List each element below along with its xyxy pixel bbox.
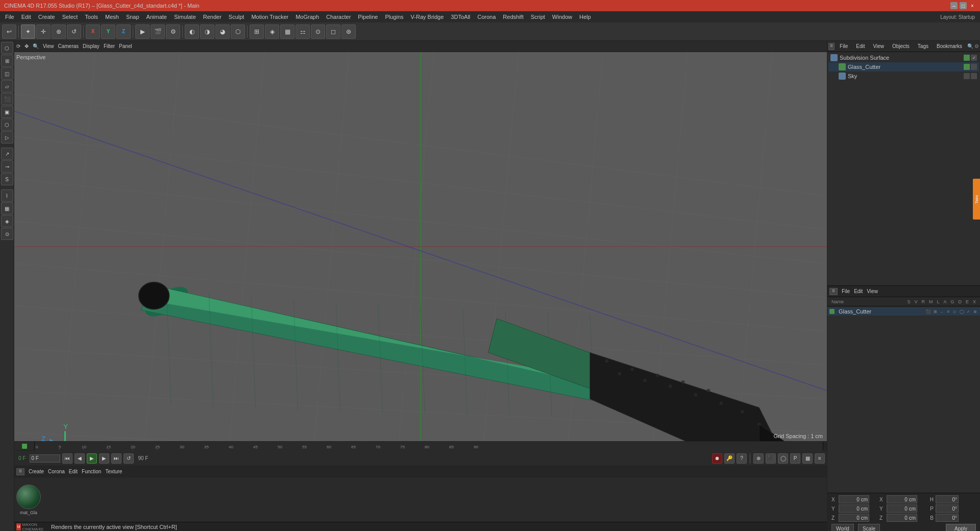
extra-btn1[interactable]: ◻	[326, 25, 340, 39]
yaxis-btn[interactable]: Y	[101, 25, 115, 39]
menu-help[interactable]: Help	[576, 13, 594, 21]
nav-pan-icon[interactable]: ✥	[24, 43, 29, 49]
obj-vis-green2[interactable]	[964, 64, 970, 70]
grid-btn[interactable]: ▦	[280, 25, 295, 39]
menu-vray[interactable]: V-Ray Bridge	[408, 13, 447, 21]
edge-mode[interactable]: ◕	[215, 25, 230, 39]
schematic-button[interactable]: ≡	[815, 453, 825, 464]
xaxis-btn[interactable]: X	[86, 25, 100, 39]
obj-file-menu[interactable]: File	[836, 42, 852, 50]
mat-create-menu[interactable]: Create	[29, 469, 44, 474]
attr-glass-cutter[interactable]: Glass_Cutter ⬛ ⊞ – ≡ ▷ ◯ ✓ ⊛	[827, 307, 980, 316]
obj-view-menu[interactable]: View	[869, 42, 888, 50]
attr-icon-3[interactable]: –	[939, 308, 945, 315]
render-settings[interactable]: ⚙	[166, 25, 180, 39]
x-input[interactable]	[839, 495, 869, 503]
b-input[interactable]	[936, 514, 959, 522]
menu-redshift[interactable]: Redshift	[500, 13, 526, 21]
menu-motion-tracker[interactable]: Motion Tracker	[248, 13, 291, 21]
menu-mesh[interactable]: Mesh	[102, 13, 122, 21]
timeline-scrollbar[interactable]	[823, 442, 827, 451]
menu-3dtoall[interactable]: 3DToAll	[448, 13, 473, 21]
right-side-tab[interactable]: Tabs	[973, 179, 980, 220]
left-tool-12[interactable]: ⌇	[1, 189, 13, 202]
left-tool-9[interactable]: ↗	[1, 148, 13, 160]
obj-bookmarks-menu[interactable]: Bookmarks	[933, 42, 966, 50]
timeline-ruler[interactable]: 0 5 10 15 20 25 30 35 40 45 50 55 60 65	[14, 441, 827, 450]
menu-animate[interactable]: Animate	[143, 13, 170, 21]
motion-clip-button[interactable]: ?	[737, 453, 747, 464]
object-subdivision-surface[interactable]: Subdivision Surface ✓	[828, 53, 979, 62]
scale-button[interactable]: Scale	[858, 524, 880, 531]
mat-edit-menu[interactable]: Edit	[69, 469, 78, 474]
timeline-track[interactable]: 0 5 10 15 20 25 30 35 40 45 50 55 60 65	[35, 442, 823, 451]
keyframe-button[interactable]: ⊕	[753, 453, 764, 464]
menu-pipeline[interactable]: Pipeline	[355, 13, 381, 21]
maximize-button[interactable]: □	[960, 2, 967, 9]
menu-tools[interactable]: Tools	[82, 13, 101, 21]
rotate-tool[interactable]: ⊕	[52, 25, 66, 39]
play-button[interactable]: ▶	[87, 453, 97, 464]
attr-edit-menu[interactable]: Edit	[854, 288, 863, 294]
goto-start-button[interactable]: ⏮	[62, 453, 72, 464]
snap-btn[interactable]: ⊙	[311, 25, 325, 39]
nav-zoom-icon[interactable]: 🔍	[33, 43, 39, 49]
p-input[interactable]	[936, 504, 959, 513]
menu-simulate[interactable]: Simulate	[171, 13, 199, 21]
viewport-view-menu[interactable]: View	[43, 43, 54, 49]
menu-create[interactable]: Create	[35, 13, 58, 21]
attr-icon-5[interactable]: ▷	[952, 308, 958, 315]
nav-orbit-icon[interactable]: ⟳	[16, 43, 20, 49]
left-tool-5[interactable]: ⬛	[1, 93, 13, 105]
left-tool-4[interactable]: ▱	[1, 80, 13, 92]
menu-script[interactable]: Script	[528, 13, 548, 21]
viewport-display-menu[interactable]: Display	[83, 43, 100, 49]
z-input[interactable]	[839, 514, 869, 522]
menu-sculpt[interactable]: Sculpt	[226, 13, 248, 21]
close-button[interactable]: ×	[969, 2, 976, 9]
h-input[interactable]	[936, 495, 959, 503]
obj-filter-icon[interactable]: ⚙	[974, 43, 979, 49]
mat-function-menu[interactable]: Function	[82, 469, 101, 474]
menu-snap[interactable]: Snap	[123, 13, 142, 21]
point-mode[interactable]: ◑	[200, 25, 214, 39]
menu-render[interactable]: Render	[200, 13, 225, 21]
obj-edit-menu[interactable]: Edit	[852, 42, 869, 50]
object-glass-cutter[interactable]: Glass_Cutter	[828, 62, 979, 71]
next-frame-button[interactable]: ▶	[99, 453, 109, 464]
prev-frame-button[interactable]: ◀	[75, 453, 85, 464]
obj-vis-green[interactable]	[964, 55, 970, 61]
y-input[interactable]	[839, 504, 869, 513]
attr-icon-2[interactable]: ⊞	[932, 308, 938, 315]
viewport-panel-menu[interactable]: Panel	[119, 43, 132, 49]
viewport-cameras-menu[interactable]: Cameras	[58, 43, 79, 49]
obj-tags-menu[interactable]: Tags	[914, 42, 933, 50]
attr-icon-6[interactable]: ◯	[959, 308, 965, 315]
obj-check[interactable]: ✓	[971, 55, 977, 61]
menu-window[interactable]: Window	[549, 13, 575, 21]
attr-icon-8[interactable]: ⊛	[972, 308, 978, 315]
zaxis-btn[interactable]: Z	[116, 25, 131, 39]
extra-btn2[interactable]: ⊛	[341, 25, 356, 39]
menu-select[interactable]: Select	[59, 13, 81, 21]
render-btn[interactable]: ▶	[135, 25, 150, 39]
poly-mode[interactable]: ⬡	[231, 25, 245, 39]
obj-vis-gray[interactable]	[964, 73, 970, 79]
frame-input-container[interactable]	[30, 454, 60, 463]
left-tool-1[interactable]: ⬡	[1, 42, 13, 54]
attr-icon-1[interactable]: ⬛	[925, 308, 932, 315]
attr-icon-4[interactable]: ≡	[945, 308, 951, 315]
attr-view-menu[interactable]: View	[867, 288, 878, 294]
record-button[interactable]: ⏺	[712, 453, 722, 464]
left-tool-8[interactable]: ▷	[1, 131, 13, 143]
rz-input[interactable]	[887, 514, 917, 522]
mat-corona-menu[interactable]: Corona	[48, 469, 65, 474]
obj-check2[interactable]	[971, 64, 977, 70]
left-tool-14[interactable]: ◈	[1, 215, 13, 227]
left-tool-15[interactable]: ⊙	[1, 228, 13, 240]
material-ball[interactable]	[16, 485, 41, 509]
move-tool[interactable]: ✦	[21, 25, 35, 39]
left-tool-7[interactable]: ⬡	[1, 118, 13, 131]
keyframe4-button[interactable]: P	[790, 453, 800, 464]
frame-input[interactable]	[31, 455, 59, 461]
